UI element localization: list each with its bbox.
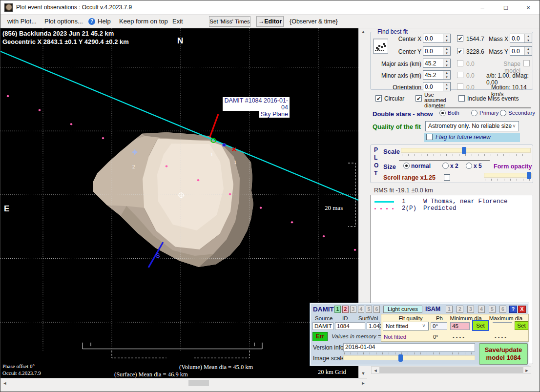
scroll-up-icon[interactable] xyxy=(359,29,368,34)
size-x5-radio[interactable] xyxy=(466,163,472,169)
spinner-arrows-icon[interactable] xyxy=(443,59,450,67)
max-dia-field[interactable] xyxy=(493,322,512,323)
slider-thumb[interactable] xyxy=(462,147,466,154)
menu-plot-options[interactable]: Plot options... xyxy=(44,15,83,28)
minor-axis-spinner[interactable]: 45.2 xyxy=(423,70,451,80)
major-axis-spinner[interactable]: 45.2 xyxy=(423,59,451,68)
set-miss-times-button[interactable]: Set 'Miss' Times xyxy=(209,16,250,27)
scrollbar-thumb[interactable] xyxy=(188,380,209,386)
major-axis-value[interactable]: 45.2 xyxy=(423,59,443,67)
plot-scale-slider[interactable] xyxy=(401,147,531,156)
center-y-spinner[interactable]: 0.0 xyxy=(423,46,451,56)
isam-model-3-button[interactable]: 3 xyxy=(467,306,474,313)
help-icon[interactable] xyxy=(88,18,95,25)
flag-review-checkbox[interactable] xyxy=(426,134,433,140)
double-primary-label[interactable]: Primary xyxy=(479,110,499,116)
legend-row-observed[interactable]: 1 W Thomas, near Florence xyxy=(374,198,508,205)
size-x5-label[interactable]: x 5 xyxy=(474,163,482,169)
spinner-arrows-icon[interactable] xyxy=(524,34,532,42)
damit-model-4-button[interactable]: 4 xyxy=(358,306,364,313)
err-button[interactable]: Err xyxy=(312,332,328,341)
mass-x-spinner[interactable]: 0.0 xyxy=(510,34,532,43)
spinner-arrows-icon[interactable] xyxy=(443,34,450,42)
scroll-range-checkbox[interactable] xyxy=(444,174,450,181)
include-miss-events-checkbox[interactable] xyxy=(458,95,465,102)
spinner-arrows-icon[interactable] xyxy=(443,83,450,91)
quality-of-fit-dropdown[interactable]: Astrometry only. No reliable size xyxy=(425,121,519,131)
mid-event-marker[interactable] xyxy=(223,144,226,146)
scrollbar-thumb[interactable] xyxy=(379,367,523,373)
slider-thumb[interactable] xyxy=(398,354,403,362)
center-y-value[interactable]: 0.0 xyxy=(423,47,443,55)
dropdown-arrow-icon[interactable] xyxy=(419,322,428,330)
editor-button[interactable]: →Editor xyxy=(256,16,284,27)
slider-track[interactable] xyxy=(343,355,475,360)
legend-row-predicted[interactable]: 2(P) Predicted xyxy=(374,205,457,212)
id-field[interactable]: 1084 xyxy=(335,322,365,330)
circular-checkbox[interactable] xyxy=(375,95,382,102)
isam-model-6-button[interactable]: 6 xyxy=(499,306,506,313)
isam-model-1-button[interactable]: 1 xyxy=(446,306,453,313)
double-primary-radio[interactable] xyxy=(471,110,478,116)
version-info-field[interactable]: 2016-01-04 xyxy=(343,343,475,351)
fit-x-checkbox[interactable] xyxy=(457,35,463,41)
isam-model-4-button[interactable]: 4 xyxy=(478,306,485,313)
menu-help[interactable]: Help xyxy=(98,15,111,28)
fit-y-checkbox[interactable] xyxy=(457,48,463,54)
double-secondary-radio[interactable] xyxy=(500,110,506,116)
close-button[interactable]: × xyxy=(518,0,539,15)
damit-model-1-button[interactable]: 1 xyxy=(334,306,341,313)
min-dia-set-button[interactable]: Set xyxy=(472,320,489,331)
panel-horizontal-scrollbar[interactable] xyxy=(371,366,531,374)
menu-with-plot[interactable]: with Plot... xyxy=(7,15,37,28)
size-x2-radio[interactable] xyxy=(442,163,449,169)
minimize-button[interactable]: – xyxy=(472,0,493,15)
save-update-model-button[interactable]: Save/update model 1084 xyxy=(479,343,528,365)
mass-y-value[interactable]: 0.0 xyxy=(510,47,524,55)
isam-model-5-button[interactable]: 5 xyxy=(489,306,496,313)
dropdown-arrow-icon[interactable] xyxy=(510,122,519,131)
double-both-radio[interactable] xyxy=(439,110,446,116)
form-opacity-slider[interactable] xyxy=(484,172,532,181)
spinner-arrows-icon[interactable] xyxy=(443,71,450,79)
scroll-left-icon[interactable] xyxy=(1,381,8,386)
slider-track[interactable] xyxy=(484,173,532,178)
damit-model-5-button[interactable]: 5 xyxy=(366,306,372,313)
max-dia-set-button[interactable]: Set xyxy=(515,321,528,330)
double-both-label[interactable]: Both xyxy=(448,110,459,116)
maximize-button[interactable]: □ xyxy=(495,0,517,15)
fit-quality-dropdown[interactable]: Not fitted xyxy=(383,322,429,330)
orientation-spinner[interactable]: 0.0 xyxy=(423,82,451,91)
center-x-value[interactable]: 0.0 xyxy=(423,34,443,42)
double-secondary-label[interactable]: Secondary xyxy=(508,110,535,116)
panel-close-button[interactable]: X xyxy=(518,306,526,313)
light-curves-button[interactable]: Light curves xyxy=(383,306,422,313)
scroll-left-icon[interactable] xyxy=(373,368,378,373)
use-assumed-diameter-checkbox[interactable] xyxy=(415,95,422,102)
size-normal-radio[interactable] xyxy=(403,163,410,169)
sky-plane-plot[interactable]: (856) Backlunda 2023 Jun 21 45.2 km Geoc… xyxy=(0,28,358,378)
slider-thumb[interactable] xyxy=(527,172,531,179)
size-normal-label[interactable]: normal xyxy=(411,163,431,169)
center-x-spinner[interactable]: 0.0 xyxy=(423,34,451,43)
scroll-right-icon[interactable] xyxy=(360,381,367,386)
scroll-right-icon[interactable] xyxy=(524,368,530,373)
mass-y-spinner[interactable]: 0.0 xyxy=(510,46,532,56)
min-dia-field[interactable]: 45 xyxy=(450,322,470,330)
mass-x-value[interactable]: 0.0 xyxy=(510,34,524,42)
plot-horizontal-scrollbar[interactable] xyxy=(0,378,368,387)
menu-keep-on-top[interactable]: Keep form on top xyxy=(119,15,168,28)
menu-exit[interactable]: Exit xyxy=(172,15,183,28)
isam-model-2-button[interactable]: 2 xyxy=(457,306,463,313)
scroll-down-icon[interactable] xyxy=(359,371,368,376)
image-scale-slider[interactable] xyxy=(343,352,475,361)
damit-model-6-button[interactable]: 6 xyxy=(374,306,380,313)
orientation-value[interactable]: 0.0 xyxy=(423,83,443,91)
size-x2-label[interactable]: x 2 xyxy=(450,163,458,169)
ph-corrn-field[interactable]: 0° xyxy=(431,322,447,330)
spinner-arrows-icon[interactable] xyxy=(443,47,450,55)
minor-axis-value[interactable]: 45.2 xyxy=(423,71,443,79)
damit-model-2-button[interactable]: 2 xyxy=(342,306,349,313)
damit-model-3-button[interactable]: 3 xyxy=(350,306,356,313)
panel-help-button[interactable]: ? xyxy=(509,306,517,313)
